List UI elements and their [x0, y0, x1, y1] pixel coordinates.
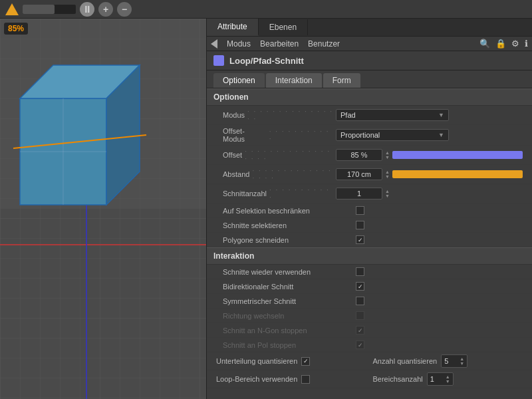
back-arrow-icon[interactable]	[211, 39, 217, 49]
checkbox-wiederverwenden[interactable]	[356, 267, 364, 276]
label-anzahl-quant: Anzahl quantisieren	[373, 357, 438, 365]
check-row-richtung: Richtung wechseln	[207, 309, 532, 323]
value-offset: 85 % ▲▼	[336, 149, 523, 161]
check-row-ngon: Schnitt an N-Gon stoppen ✓	[207, 323, 532, 338]
value-abstand: 170 cm ▲▼	[336, 168, 523, 180]
double-col-anzahl-quant: Anzahl quantisieren 5 ▲▼	[373, 354, 523, 368]
tab-attribute[interactable]: Attribute	[207, 19, 259, 36]
check-row-symmetrisch: Symmetrischer Schnitt	[207, 294, 532, 309]
sub-tab-form[interactable]: Form	[323, 73, 360, 88]
menu-bar-right: 🔍 🔒 ⚙ ℹ	[479, 39, 528, 49]
zoom-label: 85%	[4, 23, 28, 35]
double-row-unterteilung: Unterteilung quantisieren ✓ Anzahl quant…	[207, 352, 532, 370]
info-icon[interactable]: ℹ	[525, 39, 528, 49]
lock-icon[interactable]: 🔒	[495, 39, 506, 49]
spinner-anzahl-quant[interactable]: ▲▼	[460, 356, 464, 366]
checkbox-ngon[interactable]: ✓	[356, 326, 364, 334]
search-icon[interactable]: 🔍	[479, 39, 490, 49]
checkbox-unterteilung[interactable]: ✓	[301, 357, 310, 366]
label-schneiden: Polygone schneiden	[223, 236, 356, 244]
input-offset[interactable]: 85 %	[336, 149, 382, 161]
label-abstand: Abstand · · · · · · · · · · · · · · · · …	[223, 167, 336, 182]
checkbox-symmetrisch[interactable]	[356, 297, 364, 305]
checkbox-schneiden[interactable]: ✓	[356, 235, 364, 244]
prop-row-schnittanzahl: Schnittanzahl · · · · · · · · · · · 1 ▲▼	[207, 184, 532, 203]
section-interaktion-header: Interaktion	[207, 247, 532, 265]
pause-button[interactable]: ⏸	[80, 2, 94, 17]
bar-offset	[392, 151, 523, 159]
double-col-unterteilung: Unterteilung quantisieren ✓	[216, 354, 366, 368]
top-tab-bar: Attribute Ebenen	[207, 19, 532, 37]
dropdown-modus-arrow: ▼	[438, 112, 444, 118]
value-schnittanzahl: 1 ▲▼	[336, 188, 523, 200]
bar-abstand	[392, 170, 523, 178]
sub-tab-bar: Optionen Interaktion Form	[207, 70, 532, 88]
checkbox-selektieren[interactable]	[356, 221, 364, 229]
label-symmetrisch: Symmetrischer Schnitt	[223, 297, 356, 305]
double-row-loop: Loop-Bereich verwenden Bereichsanzahl 1 …	[207, 370, 532, 388]
dropdown-modus[interactable]: Pfad ▼	[336, 109, 449, 121]
label-selektieren: Schnitte selektieren	[223, 221, 356, 229]
check-row-selektieren: Schnitte selektieren	[207, 218, 532, 233]
right-panel: Attribute Ebenen Modus Bearbeiten Benutz…	[206, 19, 532, 399]
double-col-loop: Loop-Bereich verwenden	[216, 372, 366, 386]
label-modus: Modus · · · · · · · · · · · · · · · ·	[223, 108, 336, 122]
check-row-schneiden: Polygone schneiden ✓	[207, 233, 532, 247]
input-anzahl-quant[interactable]: 5 ▲▼	[441, 354, 467, 368]
label-richtung: Richtung wechseln	[223, 312, 356, 320]
label-ngon: Schnitt an N-Gon stoppen	[223, 327, 356, 334]
viewport-grid	[0, 19, 206, 399]
label-pol: Schnitt an Pol stoppen	[223, 341, 356, 349]
top-bar-left: ⏸ + −	[5, 2, 527, 17]
progress-bar	[23, 5, 76, 14]
orange-triangle-icon	[5, 3, 19, 15]
double-col-bereichsanzahl: Bereichsanzahl 1 ▲▼	[373, 372, 523, 386]
label-unterteilung: Unterteilung quantisieren	[216, 357, 297, 365]
spinner-abstand[interactable]: ▲▼	[385, 170, 390, 179]
prop-row-offset-modus: Offset-Modus · · · · · · · · · · · Propo…	[207, 125, 532, 146]
input-schnittanzahl[interactable]: 1	[336, 188, 382, 200]
viewport[interactable]: 85%	[0, 19, 206, 399]
value-offset-modus: Proportional ▼	[336, 129, 523, 141]
checkbox-bidirektional[interactable]: ✓	[356, 282, 364, 291]
tab-ebenen[interactable]: Ebenen	[259, 19, 308, 35]
input-bereichsanzahl[interactable]: 1 ▲▼	[427, 372, 454, 386]
spinner-bereichsanzahl[interactable]: ▲▼	[446, 374, 450, 384]
spinner-schnittanzahl[interactable]: ▲▼	[385, 189, 390, 198]
sub-tab-interaktion[interactable]: Interaktion	[266, 73, 322, 88]
title-bar: Loop/Pfad-Schnitt	[207, 51, 532, 70]
label-schnittanzahl: Schnittanzahl · · · · · · · · · · ·	[223, 186, 336, 201]
add-button[interactable]: +	[98, 2, 113, 17]
check-row-pol: Schnitt an Pol stoppen ✓	[207, 338, 532, 352]
panel-title: Loop/Pfad-Schnitt	[229, 56, 304, 66]
dropdown-offset-modus-arrow: ▼	[438, 132, 444, 138]
check-row-wiederverwenden: Schnitte wieder verwenden	[207, 265, 532, 279]
menu-bar: Modus Bearbeiten Benutzer 🔍 🔒 ⚙ ℹ	[207, 37, 532, 51]
label-bidirektional: Bidirektionaler Schnitt	[223, 283, 356, 291]
minus-button[interactable]: −	[117, 2, 132, 17]
section-optionen-header: Optionen	[207, 88, 532, 106]
progress-bar-fill	[23, 5, 55, 14]
input-abstand[interactable]: 170 cm	[336, 168, 382, 180]
prop-row-offset: Offset · · · · · · · · · · · · · · · · ·…	[207, 146, 532, 165]
checkbox-loop[interactable]	[301, 375, 310, 384]
sub-tab-optionen[interactable]: Optionen	[213, 73, 265, 88]
menu-bearbeiten[interactable]: Bearbeiten	[260, 39, 299, 49]
settings-icon[interactable]: ⚙	[511, 39, 519, 49]
menu-modus[interactable]: Modus	[227, 39, 251, 49]
checkbox-richtung[interactable]	[356, 311, 364, 320]
checkbox-pol[interactable]: ✓	[356, 340, 364, 349]
checkbox-selektion[interactable]	[356, 206, 364, 215]
menu-benutzer[interactable]: Benutzer	[308, 39, 340, 49]
spinner-offset[interactable]: ▲▼	[385, 150, 390, 160]
label-offset: Offset · · · · · · · · · · · · · · · · ·…	[223, 148, 336, 162]
label-wiederverwenden: Schnitte wieder verwenden	[223, 268, 356, 276]
label-bereichsanzahl: Bereichsanzahl	[373, 375, 423, 383]
content-area: Optionen Modus · · · · · · · · · · · · ·…	[207, 88, 532, 399]
prop-row-modus: Modus · · · · · · · · · · · · · · · · Pf…	[207, 106, 532, 125]
label-selektion: Auf Selektion beschränken	[223, 207, 356, 215]
title-icon	[213, 55, 224, 66]
top-bar: ⏸ + −	[0, 0, 532, 19]
value-modus: Pfad ▼	[336, 109, 523, 121]
dropdown-offset-modus[interactable]: Proportional ▼	[336, 129, 449, 141]
